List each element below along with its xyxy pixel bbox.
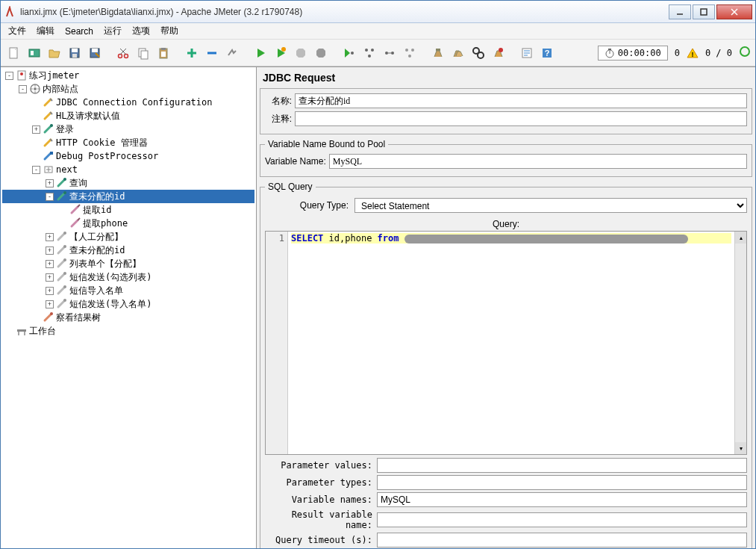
menu-search[interactable]: Search — [60, 25, 98, 38]
tree-node-19[interactable]: 工作台 — [2, 324, 254, 338]
collapse-icon[interactable]: - — [5, 72, 13, 80]
toggle-spacer — [59, 206, 67, 214]
expand-icon[interactable]: + — [46, 260, 54, 268]
svg-rect-6 — [31, 51, 34, 55]
tree-node-15[interactable]: +短信发送(勾选列表) — [2, 270, 254, 284]
collapse-icon[interactable]: - — [32, 166, 40, 174]
tree-node-8[interactable]: +查询 — [2, 176, 254, 190]
new-icon[interactable] — [5, 44, 23, 62]
expand-icon[interactable]: + — [46, 179, 54, 187]
tree-node-11[interactable]: 提取phone — [2, 217, 254, 230]
tree-label: 工作台 — [29, 325, 56, 338]
minimize-button[interactable] — [669, 4, 691, 19]
remote-stop-icon[interactable] — [381, 44, 399, 62]
remote-stop-all-icon[interactable] — [401, 44, 419, 62]
collapse-icon[interactable]: - — [46, 193, 54, 201]
templates-icon[interactable] — [25, 44, 43, 62]
menu-file[interactable]: 文件 — [4, 23, 31, 39]
status-icon — [739, 46, 751, 60]
sql-editor[interactable]: SELECT id,phone from — [288, 232, 734, 454]
sampler-d-icon — [56, 285, 68, 297]
copy-icon[interactable] — [134, 44, 152, 62]
tree-node-17[interactable]: +短信发送(导入名单) — [2, 297, 254, 311]
maximize-button[interactable] — [693, 4, 715, 19]
expand-icon[interactable]: + — [46, 246, 54, 255]
menu-run[interactable]: 运行 — [99, 23, 126, 39]
tree-node-18[interactable]: 察看结果树 — [2, 311, 254, 324]
clear-all-icon[interactable] — [449, 44, 467, 62]
paste-icon[interactable] — [154, 44, 172, 62]
tree-node-13[interactable]: +查未分配的id — [2, 244, 254, 257]
collapse-icon[interactable]: - — [19, 85, 27, 93]
result-var-input[interactable] — [377, 512, 747, 527]
tree-label: 列表单个【分配】 — [69, 258, 141, 270]
collapse-icon[interactable] — [203, 44, 221, 62]
stop-icon[interactable] — [292, 44, 310, 62]
menu-help[interactable]: 帮助 — [156, 23, 183, 39]
close-button[interactable] — [716, 4, 752, 19]
var-names-input[interactable] — [377, 492, 747, 507]
extractor-icon — [69, 204, 81, 216]
scrollbar[interactable]: ▴ ▾ — [734, 232, 746, 454]
start-icon[interactable] — [252, 44, 269, 62]
query-type-label: Query Type: — [265, 200, 354, 211]
reset-search-icon[interactable] — [490, 44, 507, 62]
expand-icon[interactable]: + — [46, 287, 54, 295]
menu-options[interactable]: 选项 — [128, 23, 154, 39]
thread-counter: 0 / 0 — [705, 48, 732, 58]
expand-icon[interactable]: + — [46, 300, 54, 308]
tree-node-10[interactable]: 提取id — [2, 203, 254, 217]
function-helper-icon[interactable] — [518, 44, 536, 62]
main-panel: JDBC Request 名称: 注释: Variable Name Bound… — [257, 67, 755, 548]
start-no-pause-icon[interactable] — [272, 44, 290, 62]
toggle-icon[interactable] — [223, 44, 241, 62]
shutdown-icon[interactable] — [312, 44, 330, 62]
clear-icon[interactable] — [429, 44, 447, 62]
sampler-d-icon — [56, 231, 68, 243]
remote-start-icon[interactable] — [340, 44, 358, 62]
query-type-select[interactable]: Select Statement — [354, 198, 747, 213]
tree-node-5[interactable]: HTTP Cookie 管理器 — [2, 136, 254, 149]
tree-node-6[interactable]: Debug PostProcessor — [2, 149, 254, 163]
save-as-icon[interactable] — [86, 44, 104, 62]
svg-point-49 — [740, 47, 749, 56]
cut-icon[interactable] — [114, 44, 132, 62]
help-icon[interactable]: ? — [538, 44, 556, 62]
name-input[interactable] — [295, 93, 747, 108]
tree-node-9[interactable]: -查未分配的id — [2, 190, 254, 203]
menu-edit[interactable]: 编辑 — [32, 23, 59, 39]
varname-input[interactable] — [329, 154, 747, 169]
svg-point-53 — [34, 87, 37, 90]
config-icon — [43, 110, 54, 122]
toggle-spacer — [32, 314, 40, 322]
tree-node-4[interactable]: +登录 — [2, 122, 254, 136]
tree-node-14[interactable]: +列表单个【分配】 — [2, 257, 254, 270]
tree-label: 短信导入名单 — [69, 285, 123, 297]
expand-icon[interactable]: + — [46, 273, 54, 282]
param-values-input[interactable] — [377, 458, 747, 473]
tree-node-7[interactable]: -next — [2, 163, 254, 176]
remote-start-all-icon[interactable] — [360, 44, 378, 62]
tree-node-12[interactable]: +【人工分配】 — [2, 230, 254, 244]
timeout-input[interactable] — [377, 533, 747, 548]
search-tree-icon[interactable] — [469, 44, 487, 62]
save-icon[interactable] — [66, 44, 84, 62]
tree-node-2[interactable]: JDBC Connection Configuration — [2, 96, 254, 109]
expand-icon[interactable] — [183, 44, 201, 62]
sampler-icon — [56, 190, 68, 202]
tree-panel[interactable]: -练习jmeter-内部站点JDBC Connection Configurat… — [1, 67, 257, 548]
expand-icon[interactable]: + — [46, 233, 54, 241]
sampler-icon — [56, 177, 68, 189]
comment-input[interactable] — [295, 111, 747, 126]
tree-node-0[interactable]: -练习jmeter — [2, 69, 254, 82]
svg-rect-20 — [161, 52, 166, 57]
expand-icon[interactable]: + — [32, 125, 40, 134]
svg-point-13 — [125, 54, 128, 58]
param-types-input[interactable] — [377, 475, 747, 490]
tree-node-16[interactable]: +短信导入名单 — [2, 284, 254, 297]
tree-node-1[interactable]: -内部站点 — [2, 82, 254, 96]
tree-label: 短信发送(导入名单) — [69, 298, 151, 311]
tree-node-3[interactable]: HL及请求默认值 — [2, 109, 254, 122]
open-icon[interactable] — [46, 44, 63, 62]
workbench-icon — [16, 325, 28, 337]
